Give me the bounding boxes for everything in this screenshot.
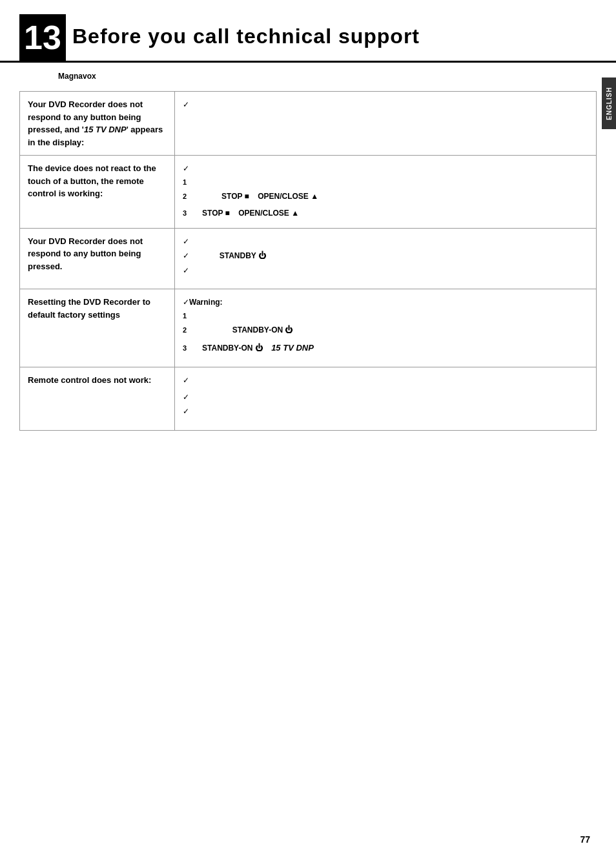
step-number: 2 (183, 190, 196, 203)
check-icon: ✓ (183, 391, 189, 404)
chapter-title: Before you call technical support (72, 12, 420, 48)
solution-cell: ✓ (175, 92, 597, 156)
solution-line: ✓ STANDBY ⏻ (183, 249, 588, 262)
solution-cell: ✓ ✓ ✓ (175, 367, 597, 430)
check-icon: ✓ (183, 162, 189, 175)
solution-line: ✓ (183, 264, 588, 277)
check-icon: ✓ (183, 405, 189, 418)
solution-line: 1 (183, 310, 588, 322)
step-text: STANDBY ⏻ (189, 249, 266, 262)
check-icon: ✓ (183, 264, 189, 277)
table-row: Remote control does not work: ✓ ✓ ✓ (20, 367, 597, 430)
check-icon: ✓ (183, 98, 189, 111)
brand-name: Magnavox (0, 63, 616, 85)
solution-cell: ✓Warning: 1 2 STANDBY-ON ⏻ 3 S (175, 289, 597, 367)
step-text: STOP ■ OPEN/CLOSE ▲ (196, 190, 318, 203)
problem-text: Your DVD Recorder does not respond to an… (28, 99, 163, 147)
step-number: 3 (183, 342, 196, 355)
problem-cell: Your DVD Recorder does not respond to an… (20, 92, 175, 156)
solution-line: ✓ (183, 391, 588, 404)
page-header: 13 Before you call technical support (0, 0, 616, 63)
solution-line: 3 STANDBY-ON ⏻ 15 TV DNP (183, 341, 588, 355)
check-icon: ✓ (183, 249, 189, 262)
warning-label: Warning: (189, 296, 223, 309)
step-text: STANDBY-ON ⏻ (196, 324, 293, 336)
solution-line: ✓ (183, 374, 588, 387)
problem-text: Resetting the DVD Recorder to default fa… (28, 297, 150, 320)
problem-text: Your DVD Recorder does not respond to an… (28, 236, 143, 271)
page-container: ENGLISH 13 Before you call technical sup… (0, 0, 616, 864)
language-tab: ENGLISH (602, 77, 616, 129)
table-row: Your DVD Recorder does not respond to an… (20, 228, 597, 289)
problem-cell: Remote control does not work: (20, 367, 175, 430)
content-area: Your DVD Recorder does not respond to an… (0, 91, 616, 431)
page-number: 77 (580, 834, 590, 845)
step-text: STOP ■ OPEN/CLOSE ▲ (196, 207, 299, 220)
problem-text: The device does not react to the touch o… (28, 163, 156, 198)
solution-line: ✓ (183, 235, 588, 248)
solution-line: 1 (183, 176, 588, 189)
solution-line: ✓Warning: (183, 296, 588, 309)
step-number: 3 (183, 207, 196, 220)
solution-line: 2 STOP ■ OPEN/CLOSE ▲ (183, 190, 588, 203)
problem-cell: The device does not react to the touch o… (20, 156, 175, 229)
solution-cell: ✓ 1 2 STOP ■ OPEN/CLOSE ▲ 3 STOP (175, 156, 597, 229)
problem-text: Remote control does not work: (28, 375, 151, 385)
language-label: ENGLISH (606, 87, 613, 119)
troubleshoot-table: Your DVD Recorder does not respond to an… (19, 91, 597, 431)
problem-cell: Resetting the DVD Recorder to default fa… (20, 289, 175, 367)
step-number: 2 (183, 324, 196, 336)
problem-cell: Your DVD Recorder does not respond to an… (20, 228, 175, 289)
solution-line: 2 STANDBY-ON ⏻ (183, 324, 588, 336)
check-icon: ✓ (183, 374, 189, 387)
solution-line: ✓ (183, 162, 588, 175)
solution-line: ✓ (183, 98, 588, 111)
table-row: Resetting the DVD Recorder to default fa… (20, 289, 597, 367)
check-icon: ✓ (183, 296, 189, 309)
chapter-number: 13 (19, 14, 66, 61)
step-number: 1 (183, 310, 196, 322)
solution-line: 3 STOP ■ OPEN/CLOSE ▲ (183, 207, 588, 220)
table-row: The device does not react to the touch o… (20, 156, 597, 229)
check-icon: ✓ (183, 235, 189, 248)
step-number: 1 (183, 176, 196, 189)
solution-cell: ✓ ✓ STANDBY ⏻ ✓ (175, 228, 597, 289)
solution-line: ✓ (183, 405, 588, 418)
table-row: Your DVD Recorder does not respond to an… (20, 92, 597, 156)
step-text: STANDBY-ON ⏻ 15 TV DNP (196, 341, 314, 355)
